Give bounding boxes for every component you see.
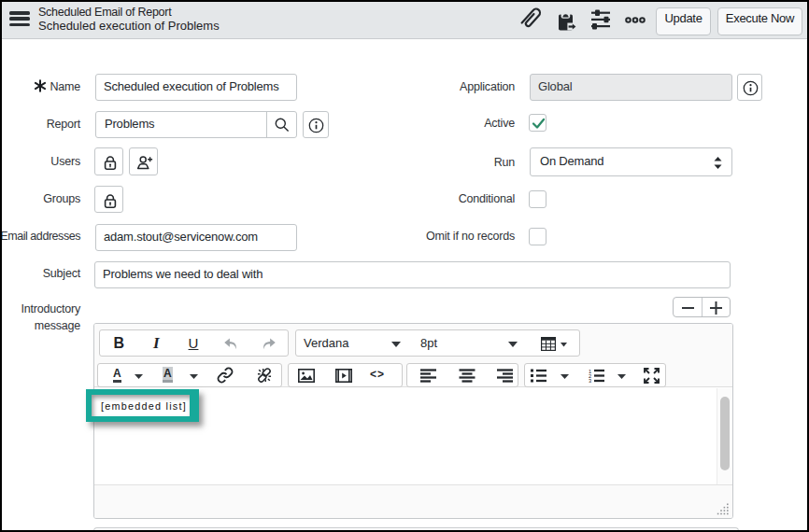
svg-text:3: 3 <box>589 378 591 383</box>
